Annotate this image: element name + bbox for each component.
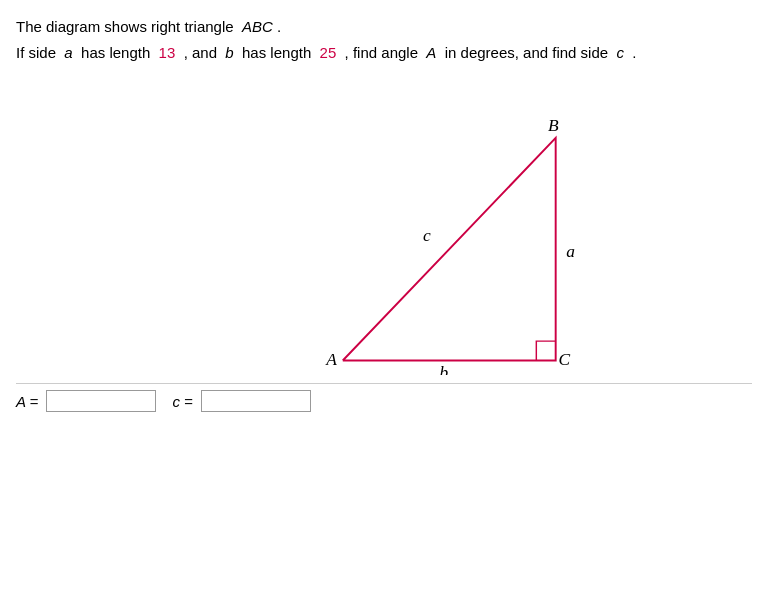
problem-line2: If side a has length 13 , and b has leng… (16, 40, 752, 66)
answer-row: A = c = (16, 383, 752, 412)
vertex-B-label: B (548, 115, 559, 135)
side-a-label: a (566, 241, 575, 261)
vertex-C-label: C (559, 349, 571, 369)
diagram-area: A B C a b c (16, 75, 768, 375)
problem-text: The diagram shows right triangle ABC . I… (16, 14, 752, 65)
side-c-label: c (423, 225, 431, 245)
side-b-label: b (440, 362, 449, 375)
triangle-svg: A B C a b c (16, 75, 768, 375)
A-label: A = (16, 393, 38, 410)
A-input[interactable] (46, 390, 156, 412)
c-input[interactable] (201, 390, 311, 412)
problem-line1: The diagram shows right triangle ABC . (16, 14, 752, 40)
c-label: c = (172, 393, 192, 410)
vertex-A-label: A (325, 349, 337, 369)
